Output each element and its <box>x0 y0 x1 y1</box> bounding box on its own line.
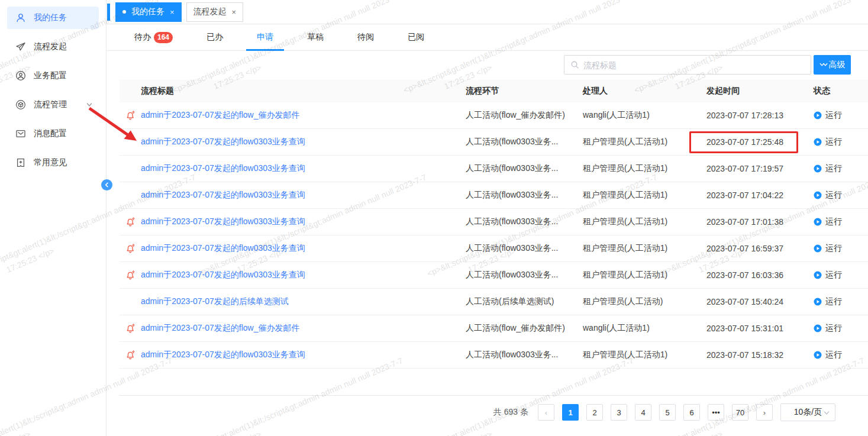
process-title-link[interactable]: admin于2023-07-07发起的flow0303业务查询 <box>141 217 466 227</box>
sidebar-item-3[interactable]: 流程管理 <box>7 93 99 116</box>
handler-cell: wangli(人工活动1) <box>583 110 706 121</box>
table-row: admin于2023-07-07发起的flow0303业务查询人工活动(flow… <box>120 342 868 369</box>
cube-icon <box>15 99 26 110</box>
handler-cell: 租户管理员(人工活动1) <box>583 217 706 227</box>
process-title-link[interactable]: admin于2023-07-07发起的flow_催办发邮件 <box>141 323 466 334</box>
page-size-select[interactable]: 10条/页 <box>780 403 835 421</box>
subtab-3[interactable]: 草稿 <box>296 24 334 50</box>
process-title-link[interactable]: admin于2023-07-07发起的flow0303业务查询 <box>141 270 466 280</box>
process-title-link[interactable]: admin于2023-07-07发起的flow0303业务查询 <box>141 243 466 254</box>
handler-cell: 租户管理员(人工活动1) <box>583 137 706 147</box>
subtab-0[interactable]: 待办164 <box>124 24 183 50</box>
handler-cell: 租户管理员(人工活动1) <box>583 350 706 360</box>
sidebar-item-label: 业务配置 <box>34 70 67 81</box>
start-time-cell: 2023-07-07 17:25:48 <box>706 137 806 147</box>
count-badge: 164 <box>154 32 173 43</box>
send-icon <box>15 41 26 52</box>
double-chevron-down-icon <box>819 62 828 68</box>
col-header-status: 状态 <box>806 86 868 96</box>
col-header-title: 流程标题 <box>141 86 466 96</box>
start-time-cell: 2023-07-07 17:19:57 <box>706 164 806 173</box>
running-play-icon <box>814 324 822 332</box>
search-box <box>564 55 811 75</box>
page-buttons: 123456•••70 <box>562 404 748 421</box>
subtab-label: 已办 <box>206 32 223 43</box>
process-title-link[interactable]: admin于2023-07-07发起的flow0303业务查询 <box>141 163 466 174</box>
sidebar-collapse-button[interactable] <box>101 179 112 190</box>
page-button-4[interactable]: 4 <box>635 404 651 421</box>
advanced-search-button[interactable]: 高级 <box>814 55 851 75</box>
subtab-5[interactable]: 已阅 <box>397 24 435 50</box>
col-header-handler: 处理人 <box>583 86 706 96</box>
footer-divider <box>120 395 868 396</box>
process-title-link[interactable]: admin于2023-07-07发起的flow0303业务查询 <box>141 190 466 201</box>
more-pages-button[interactable]: ••• <box>708 404 724 421</box>
process-title-link[interactable]: admin于2023-07-07发起的flow0303业务查询 <box>141 137 466 147</box>
process-node-cell: 人工活动(flow0303业务... <box>466 217 583 227</box>
running-play-icon <box>814 164 822 173</box>
process-title-link[interactable]: admin于2023-07-07发起的flow_催办发邮件 <box>141 110 466 121</box>
subtab-label: 待阅 <box>357 32 374 43</box>
status-label: 运行 <box>825 163 842 174</box>
prev-page-button[interactable]: ‹ <box>538 404 554 421</box>
sidebar-item-label: 流程管理 <box>34 99 67 110</box>
open-tabs-bar: 我的任务×流程发起× <box>107 0 868 24</box>
sidebar-item-5[interactable]: 常用意见 <box>7 151 99 174</box>
close-icon[interactable]: × <box>170 8 175 17</box>
table-row: admin于2023-07-07发起的后续单选测试人工活动(后续单选测试)租户管… <box>120 289 868 315</box>
page-button-3[interactable]: 3 <box>611 404 627 421</box>
process-node-cell: 人工活动(flow0303业务... <box>466 137 583 147</box>
status-label: 运行 <box>825 110 842 121</box>
open-tab-1[interactable]: 流程发起× <box>186 2 244 22</box>
open-tab-label: 我的任务 <box>131 7 164 17</box>
status-label: 运行 <box>825 243 842 254</box>
page-button-2[interactable]: 2 <box>586 404 603 421</box>
status-cell: 运行 <box>806 323 868 334</box>
search-input[interactable] <box>583 60 805 70</box>
table-row: admin于2023-07-07发起的flow0303业务查询人工活动(flow… <box>120 209 868 235</box>
subtab-4[interactable]: 待阅 <box>347 24 385 50</box>
table-body: admin于2023-07-07发起的flow_催办发邮件人工活动(flow_催… <box>120 102 868 369</box>
table-row: admin于2023-07-07发起的flow0303业务查询人工活动(flow… <box>120 262 868 289</box>
process-node-cell: 人工活动(flow0303业务... <box>466 270 583 280</box>
process-node-cell: 人工活动(flow0303业务... <box>466 350 583 360</box>
subtab-2[interactable]: 申请 <box>246 24 284 50</box>
process-node-cell: 人工活动(flow0303业务... <box>466 190 583 201</box>
sidebar-item-0[interactable]: 我的任务 <box>7 7 99 29</box>
status-cell: 运行 <box>806 243 868 254</box>
subtab-label: 待办 <box>134 32 151 43</box>
page-button-1[interactable]: 1 <box>562 404 579 421</box>
page-button-70[interactable]: 70 <box>732 404 748 421</box>
open-tab-0[interactable]: 我的任务× <box>115 2 182 22</box>
table-row: admin于2023-07-07发起的flow_催办发邮件人工活动(flow_催… <box>120 315 868 342</box>
page-button-6[interactable]: 6 <box>683 404 700 421</box>
sidebar-item-4[interactable]: 消息配置 <box>7 122 99 145</box>
note-plus-icon <box>15 157 26 168</box>
pagination-total: 共 693 条 <box>493 407 528 418</box>
sidebar-item-label: 流程发起 <box>34 41 67 52</box>
process-title-link[interactable]: admin于2023-07-07发起的后续单选测试 <box>141 296 466 307</box>
sidebar-item-2[interactable]: 业务配置 <box>7 64 99 87</box>
next-page-button[interactable]: › <box>756 404 773 421</box>
start-time-cell: 2023-07-07 16:03:36 <box>706 270 806 280</box>
urge-bell-icon <box>120 217 141 227</box>
handler-cell: 租户管理员(人工活动1) <box>583 243 706 254</box>
close-icon[interactable]: × <box>232 8 237 17</box>
subtab-label: 已阅 <box>408 32 424 43</box>
sidebar-item-label: 常用意见 <box>34 157 67 168</box>
subtab-label: 草稿 <box>307 32 324 43</box>
advanced-search-label: 高级 <box>829 60 846 70</box>
process-node-cell: 人工活动(flow_催办发邮件) <box>466 110 583 121</box>
urge-bell-icon <box>120 350 141 360</box>
running-play-icon <box>814 351 822 359</box>
open-tab-label: 流程发起 <box>193 7 227 17</box>
status-label: 运行 <box>825 137 842 147</box>
status-cell: 运行 <box>806 217 868 227</box>
subtab-1[interactable]: 已办 <box>196 24 234 50</box>
process-title-link[interactable]: admin于2023-07-07发起的flow0303业务查询 <box>141 350 466 360</box>
status-label: 运行 <box>825 190 842 201</box>
running-play-icon <box>814 191 822 199</box>
sidebar-item-1[interactable]: 流程发起 <box>7 35 99 58</box>
chevron-left-icon <box>104 182 110 188</box>
page-button-5[interactable]: 5 <box>659 404 676 421</box>
